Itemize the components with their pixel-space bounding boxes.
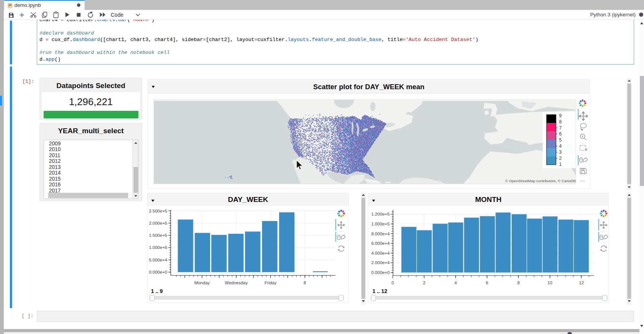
svg-text:4.000e+4: 4.000e+4 — [371, 251, 390, 255]
svg-text:1.200e+5: 1.200e+5 — [371, 212, 390, 216]
svg-text:0: 0 — [391, 280, 394, 285]
svg-text:2.000e+5: 2.000e+5 — [149, 221, 167, 225]
svg-text:Friday: Friday — [264, 280, 276, 285]
svg-text:⋯: ⋯ — [580, 178, 585, 184]
svg-text:7: 7 — [559, 125, 562, 131]
svg-text:Monday: Monday — [194, 280, 210, 285]
svg-text:9: 9 — [559, 113, 562, 118]
svg-text:1: 1 — [559, 162, 562, 167]
svg-text:0.000e+0: 0.000e+0 — [371, 270, 390, 275]
svg-text:5: 5 — [559, 137, 562, 143]
svg-text:1.000e+5: 1.000e+5 — [149, 245, 167, 250]
svg-text:8: 8 — [517, 280, 520, 285]
svg-text:8: 8 — [304, 280, 306, 285]
svg-text:8.000e+4: 8.000e+4 — [371, 232, 390, 236]
svg-text:6: 6 — [559, 131, 562, 137]
svg-text:10: 10 — [548, 280, 553, 285]
svg-text:Wednesday: Wednesday — [225, 280, 248, 285]
svg-text:12: 12 — [579, 280, 584, 285]
svg-text:2: 2 — [559, 156, 562, 161]
svg-text:2.000e+4: 2.000e+4 — [371, 260, 390, 265]
svg-text:2.500e+5: 2.500e+5 — [149, 209, 167, 213]
svg-text:6.000e+4: 6.000e+4 — [371, 241, 390, 246]
svg-text:2: 2 — [423, 280, 425, 285]
svg-text:© OpenStreetMap contributors,: © OpenStreetMap contributors, © CartoDB — [505, 179, 576, 183]
svg-text:6: 6 — [486, 280, 488, 285]
svg-text:5.000e+4: 5.000e+4 — [149, 258, 168, 262]
svg-text:1.500e+5: 1.500e+5 — [149, 233, 167, 238]
svg-text:4: 4 — [559, 143, 562, 149]
svg-text:0.000e+0: 0.000e+0 — [149, 270, 167, 274]
svg-text:1.000e+5: 1.000e+5 — [371, 222, 390, 226]
svg-text:3: 3 — [559, 150, 562, 155]
svg-text:Code: Code — [111, 12, 124, 18]
svg-text:8: 8 — [559, 119, 562, 124]
svg-text:4: 4 — [454, 280, 457, 285]
